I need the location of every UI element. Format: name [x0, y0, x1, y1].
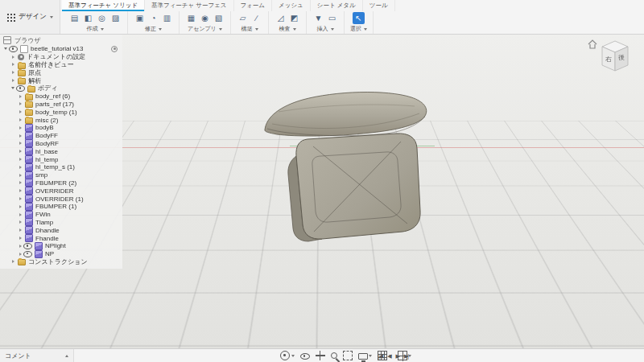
expand-arrow-icon[interactable]: [17, 110, 23, 113]
expand-arrow-icon[interactable]: [17, 197, 23, 200]
browser-header[interactable]: ブラウザ: [0, 35, 122, 45]
step-forward-button[interactable]: ▶|: [404, 353, 408, 359]
look-at-icon[interactable]: [300, 352, 310, 360]
expand-arrow-icon[interactable]: [17, 95, 23, 98]
group-dropdown-検査[interactable]: 検査: [279, 25, 296, 33]
tree-item-hl-temp-s-1[interactable]: hl_temp_s (1): [0, 163, 122, 171]
expand-arrow-icon[interactable]: [17, 220, 23, 224]
orbit-icon[interactable]: [280, 351, 295, 360]
rigid-group-icon[interactable]: ▧: [213, 12, 225, 24]
expand-arrow-icon[interactable]: [17, 253, 23, 256]
group-dropdown-アセンブリ[interactable]: アセンブリ: [188, 25, 222, 33]
expand-arrow-icon[interactable]: [10, 63, 16, 66]
expand-arrow-icon[interactable]: [17, 158, 23, 161]
cube-face-right-label[interactable]: 右: [605, 56, 612, 63]
tree-item-dhandle[interactable]: Dhandle: [0, 226, 122, 234]
tree-item-fhandle[interactable]: Fhandle: [0, 234, 122, 242]
tree-item-overrider-1[interactable]: OVERRIDER (1): [0, 195, 122, 203]
tree-item-ボディ[interactable]: ボディ: [0, 84, 122, 93]
pan-icon[interactable]: [316, 351, 325, 360]
tree-item-hl-temp[interactable]: hl_temp: [0, 155, 122, 163]
play-button[interactable]: ▶: [396, 353, 399, 359]
expand-arrow-icon[interactable]: [17, 166, 23, 169]
tree-item-名前付きビュー[interactable]: 名前付きビュー: [0, 61, 122, 69]
comments-panel-toggle[interactable]: コメント: [0, 349, 74, 362]
visibility-eye-icon[interactable]: [16, 85, 25, 92]
tree-item-fbumper-2[interactable]: FBUMPER (2): [0, 179, 122, 187]
tree-item-misc-2[interactable]: misc (2): [0, 116, 122, 124]
tree-item-tlamp[interactable]: Tlamp: [0, 219, 122, 227]
expand-arrow-icon[interactable]: [17, 213, 23, 216]
group-dropdown-作成[interactable]: 作成: [87, 25, 104, 33]
tree-item-原点[interactable]: 原点: [0, 68, 122, 76]
new-component-icon[interactable]: ▦: [185, 12, 197, 24]
expand-arrow-icon[interactable]: [17, 118, 23, 121]
visibility-eye-icon[interactable]: [23, 251, 32, 257]
construct-plane-icon[interactable]: ▱: [237, 12, 249, 24]
zoom-icon[interactable]: [331, 352, 337, 359]
expand-arrow-icon[interactable]: [17, 150, 23, 153]
step-back-button[interactable]: ◀: [387, 353, 390, 359]
tree-item-body-ref-6[interactable]: body_ref (6): [0, 93, 122, 101]
ribbon-tab-ツール[interactable]: ツール: [363, 0, 395, 11]
press-pull-icon[interactable]: ▣: [134, 12, 146, 24]
expand-arrow-icon[interactable]: [17, 205, 23, 208]
tree-item-bodyb[interactable]: bodyB: [0, 124, 122, 132]
tree-item-fbumper-1[interactable]: FBUMPER (1): [0, 203, 122, 211]
expand-arrow-icon[interactable]: [10, 87, 16, 89]
decal-icon[interactable]: ▭: [326, 12, 338, 24]
expand-arrow-icon[interactable]: [17, 245, 23, 248]
section-analysis-icon[interactable]: ◩: [288, 12, 300, 24]
expand-arrow-icon[interactable]: [17, 102, 23, 105]
construct-axis-icon[interactable]: ∕: [250, 12, 262, 24]
tree-item-overrider[interactable]: OVERRIDER: [0, 187, 122, 195]
group-dropdown-挿入[interactable]: 挿入: [317, 25, 334, 33]
expand-arrow-icon[interactable]: [17, 126, 23, 130]
expand-arrow-icon[interactable]: [17, 174, 23, 177]
tree-item-parts-ref-17[interactable]: parts_ref (17): [0, 101, 122, 109]
visibility-eye-icon[interactable]: [9, 46, 18, 52]
group-dropdown-修正[interactable]: 修正: [145, 25, 162, 33]
measure-icon[interactable]: ◿: [275, 12, 287, 24]
tree-item-fwin[interactable]: FWin: [0, 211, 122, 219]
expand-arrow-icon[interactable]: [17, 237, 23, 240]
expand-arrow-icon[interactable]: [17, 228, 23, 232]
group-dropdown-構築[interactable]: 構築: [242, 25, 258, 33]
tree-item-コンストラクション[interactable]: コンストラクション: [0, 258, 122, 266]
expand-arrow-icon[interactable]: [10, 56, 16, 59]
home-icon[interactable]: [588, 40, 597, 48]
sweep-icon[interactable]: ▨: [109, 12, 122, 24]
group-dropdown-選択[interactable]: 選択: [350, 25, 367, 33]
expand-arrow-icon[interactable]: [17, 142, 23, 145]
ribbon-tab-フォーム[interactable]: フォーム: [234, 0, 273, 11]
viewport-3d[interactable]: 右 後 ブラウザ beetle_tutorial v13ドキュメントの設定名前付…: [0, 34, 644, 349]
expand-arrow-icon[interactable]: [17, 181, 23, 184]
view-cube[interactable]: 右 後: [586, 37, 638, 82]
tree-item-nplight[interactable]: NPlight: [0, 242, 122, 250]
workspace-design-menu[interactable]: デザイン: [0, 0, 60, 34]
cube-face-back-label[interactable]: 後: [618, 54, 625, 61]
extrude-icon[interactable]: ◧: [82, 12, 94, 24]
tree-item-hl-base[interactable]: hl_base: [0, 147, 122, 155]
view-cube-faces[interactable]: 右 後: [602, 41, 628, 71]
tree-item-body-temp-1[interactable]: body_temp (1): [0, 108, 122, 116]
fillet-icon[interactable]: ◔: [147, 12, 159, 24]
display-settings-icon[interactable]: [358, 352, 373, 360]
tree-item-解析[interactable]: 解析: [0, 76, 122, 84]
revolve-icon[interactable]: ◎: [96, 12, 108, 24]
select-icon[interactable]: ↖: [353, 12, 365, 24]
expand-arrow-icon[interactable]: [2, 47, 9, 50]
expand-arrow-icon[interactable]: [17, 189, 23, 192]
tree-item-smp[interactable]: smp: [0, 171, 122, 179]
expand-arrow-icon[interactable]: [10, 79, 16, 82]
tree-item-bodyrf[interactable]: BodyRF: [0, 140, 122, 148]
new-body-icon[interactable]: ▤: [68, 12, 80, 24]
fit-icon[interactable]: [343, 351, 353, 360]
tree-item-bodyff[interactable]: BodyFF: [0, 132, 122, 140]
ribbon-tab-基準フィーチャ-ソリッド[interactable]: 基準フィーチャ ソリッド: [62, 0, 145, 11]
ribbon-tab-基準フィーチャ-サーフェス[interactable]: 基準フィーチャ サーフェス: [145, 0, 234, 11]
expand-arrow-icon[interactable]: [10, 260, 16, 263]
joint-icon[interactable]: ◉: [199, 12, 211, 24]
go-to-start-button[interactable]: |◀: [378, 353, 382, 359]
shell-icon[interactable]: ▥: [161, 12, 173, 24]
